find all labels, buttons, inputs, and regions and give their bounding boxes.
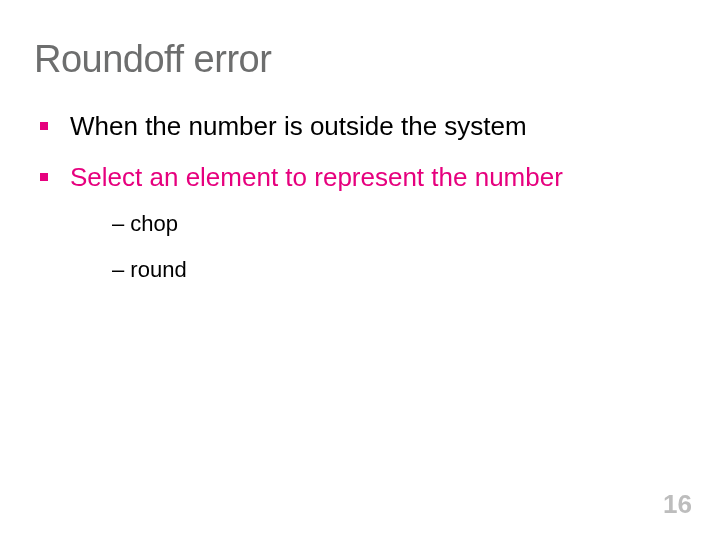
sub-item: – chop bbox=[112, 211, 680, 237]
bullet-item: Select an element to represent the numbe… bbox=[40, 161, 680, 194]
square-bullet-icon bbox=[40, 122, 48, 130]
bullet-text: Select an element to represent the numbe… bbox=[70, 161, 563, 194]
sub-item: – round bbox=[112, 257, 680, 283]
slide-title: Roundoff error bbox=[34, 38, 271, 81]
bullet-text: When the number is outside the system bbox=[70, 110, 527, 143]
bullet-item: When the number is outside the system bbox=[40, 110, 680, 143]
square-bullet-icon bbox=[40, 173, 48, 181]
sub-list: – chop – round bbox=[112, 211, 680, 283]
slide-content: When the number is outside the system Se… bbox=[40, 110, 680, 303]
page-number: 16 bbox=[663, 489, 692, 520]
slide: Roundoff error When the number is outsid… bbox=[0, 0, 720, 540]
